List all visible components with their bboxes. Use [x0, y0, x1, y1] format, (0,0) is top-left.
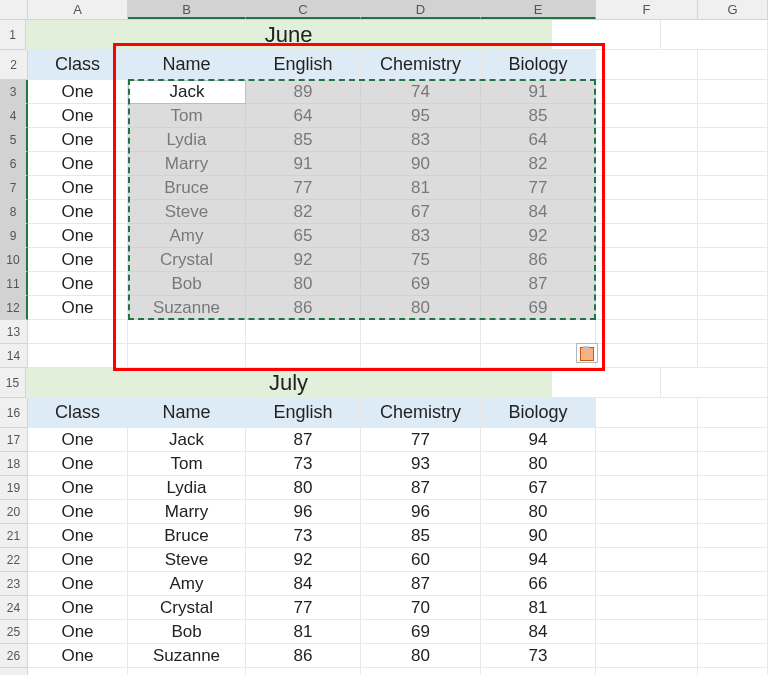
cell[interactable] [698, 476, 768, 500]
june-header-class[interactable]: Class [28, 50, 128, 80]
table-cell[interactable]: 67 [361, 200, 481, 224]
june-header-chemistry[interactable]: Chemistry [361, 50, 481, 80]
cell[interactable] [246, 320, 361, 344]
table-cell[interactable]: One [28, 452, 128, 476]
table-cell[interactable]: Lydia [128, 128, 246, 152]
table-cell[interactable]: 96 [361, 500, 481, 524]
table-cell[interactable]: 64 [481, 128, 596, 152]
table-cell[interactable]: 65 [246, 224, 361, 248]
cell[interactable] [552, 20, 661, 50]
row-header-15[interactable]: 15 [0, 368, 26, 398]
cell[interactable] [596, 272, 698, 296]
table-cell[interactable]: 84 [481, 200, 596, 224]
row-header-6[interactable]: 6 [0, 152, 28, 176]
select-all-corner[interactable] [0, 0, 28, 19]
row-header-8[interactable]: 8 [0, 200, 28, 224]
cell[interactable] [698, 248, 768, 272]
cell[interactable] [481, 668, 596, 675]
cell[interactable] [596, 344, 698, 368]
table-cell[interactable]: 80 [246, 272, 361, 296]
june-header-english[interactable]: English [246, 50, 361, 80]
table-cell[interactable]: 66 [481, 572, 596, 596]
table-cell[interactable]: 77 [246, 176, 361, 200]
cell[interactable] [552, 368, 661, 398]
table-cell[interactable]: One [28, 248, 128, 272]
table-cell[interactable]: One [28, 644, 128, 668]
cell[interactable] [698, 104, 768, 128]
cell[interactable] [661, 20, 768, 50]
cell[interactable] [596, 572, 698, 596]
cell[interactable] [698, 428, 768, 452]
july-header-biology[interactable]: Biology [481, 398, 596, 428]
table-cell[interactable]: One [28, 176, 128, 200]
row-header-21[interactable]: 21 [0, 524, 28, 548]
cell[interactable] [596, 104, 698, 128]
table-cell[interactable]: 92 [246, 248, 361, 272]
cell[interactable] [698, 620, 768, 644]
row-header-18[interactable]: 18 [0, 452, 28, 476]
table-cell[interactable]: One [28, 596, 128, 620]
cell[interactable] [596, 200, 698, 224]
table-cell[interactable]: 92 [481, 224, 596, 248]
table-cell[interactable]: 80 [361, 296, 481, 320]
table-cell[interactable]: Bob [128, 620, 246, 644]
table-cell[interactable]: 86 [481, 248, 596, 272]
cell[interactable] [596, 296, 698, 320]
cell[interactable] [596, 176, 698, 200]
cell[interactable] [596, 428, 698, 452]
row-header-1[interactable]: 1 [0, 20, 26, 50]
row-header-11[interactable]: 11 [0, 272, 28, 296]
table-cell[interactable]: Crystal [128, 248, 246, 272]
table-cell[interactable]: One [28, 224, 128, 248]
july-header-chemistry[interactable]: Chemistry [361, 398, 481, 428]
cell[interactable] [596, 224, 698, 248]
cell[interactable] [128, 344, 246, 368]
table-cell[interactable]: One [28, 620, 128, 644]
cell[interactable] [698, 80, 768, 104]
cell[interactable] [596, 596, 698, 620]
row-header-22[interactable]: 22 [0, 548, 28, 572]
table-cell[interactable]: 80 [481, 452, 596, 476]
table-cell[interactable]: 73 [246, 524, 361, 548]
cell[interactable] [698, 344, 768, 368]
table-cell[interactable]: 74 [361, 80, 481, 104]
row-header-26[interactable]: 26 [0, 644, 28, 668]
table-cell[interactable]: 73 [481, 644, 596, 668]
table-cell[interactable]: One [28, 428, 128, 452]
row-header-3[interactable]: 3 [0, 80, 28, 104]
cell[interactable] [246, 344, 361, 368]
row-header-5[interactable]: 5 [0, 128, 28, 152]
row-header-2[interactable]: 2 [0, 50, 28, 80]
july-header-class[interactable]: Class [28, 398, 128, 428]
table-cell[interactable]: 93 [361, 452, 481, 476]
cell[interactable] [596, 500, 698, 524]
july-header-english[interactable]: English [246, 398, 361, 428]
cell[interactable] [596, 50, 698, 80]
table-cell[interactable]: 64 [246, 104, 361, 128]
table-cell[interactable]: 81 [246, 620, 361, 644]
table-cell[interactable]: One [28, 296, 128, 320]
cell[interactable] [698, 572, 768, 596]
row-header-16[interactable]: 16 [0, 398, 28, 428]
cell[interactable] [698, 548, 768, 572]
table-cell[interactable]: 83 [361, 128, 481, 152]
table-cell[interactable]: One [28, 200, 128, 224]
cell[interactable] [361, 320, 481, 344]
table-cell[interactable]: 69 [361, 620, 481, 644]
cell[interactable] [596, 620, 698, 644]
table-cell[interactable]: 60 [361, 548, 481, 572]
cell[interactable] [596, 644, 698, 668]
table-cell[interactable]: 90 [481, 524, 596, 548]
row-header-14[interactable]: 14 [0, 344, 28, 368]
table-cell[interactable]: 77 [481, 176, 596, 200]
cell[interactable] [698, 320, 768, 344]
row-header-7[interactable]: 7 [0, 176, 28, 200]
table-cell[interactable]: 95 [361, 104, 481, 128]
cell[interactable] [698, 596, 768, 620]
table-cell[interactable]: 87 [361, 476, 481, 500]
cell[interactable] [596, 524, 698, 548]
col-header-D[interactable]: D [361, 0, 481, 19]
table-cell[interactable]: 81 [481, 596, 596, 620]
cell[interactable] [596, 248, 698, 272]
row-header-27[interactable]: 27 [0, 668, 28, 675]
